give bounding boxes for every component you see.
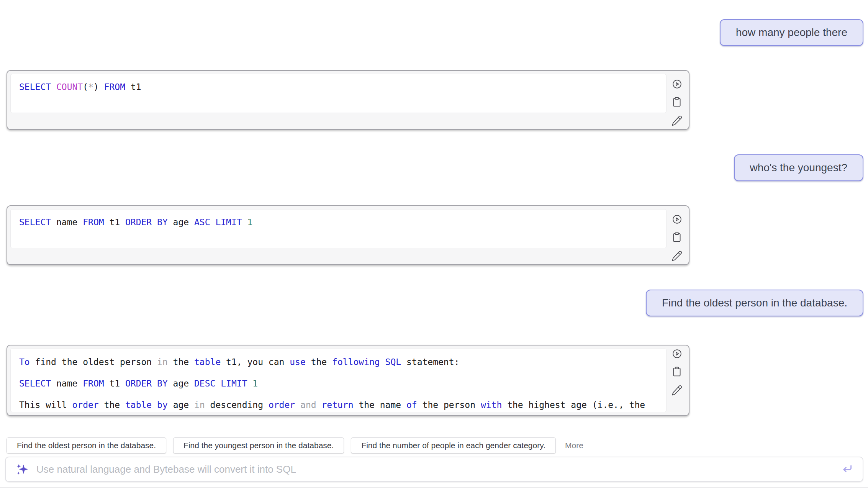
user-message-bubble: who's the youngest?	[734, 154, 863, 181]
circle-play-icon	[672, 79, 682, 89]
run-sql-button[interactable]	[672, 214, 682, 224]
pencil-icon	[671, 250, 683, 262]
sql-response-block: SELECT name FROM t1 ORDER BY age ASC LIM…	[7, 205, 689, 265]
suggestion-chip-youngest[interactable]: Find the youngest person in the database…	[173, 437, 344, 454]
sql-code-area: To find the oldest person in the table t…	[10, 349, 667, 412]
submit-query-button[interactable]	[840, 463, 853, 475]
circle-play-icon	[672, 214, 682, 224]
sql-response-block: SELECT COUNT(*) FROM t1	[7, 70, 689, 130]
suggestion-chip-gender-count[interactable]: Find the number of people in each gender…	[351, 437, 556, 454]
sql-code: SELECT name FROM t1 ORDER BY age ASC LIM…	[11, 210, 666, 235]
clipboard-icon	[672, 366, 682, 377]
bytebase-ai-chat: how many people there SELECT COUNT(*) FR…	[0, 0, 868, 488]
copy-sql-button[interactable]	[672, 97, 682, 107]
sparkles-icon	[15, 462, 29, 477]
sql-code: SELECT COUNT(*) FROM t1	[11, 74, 666, 100]
run-sql-button[interactable]	[672, 79, 682, 89]
sql-code-area: SELECT COUNT(*) FROM t1	[10, 74, 667, 113]
suggestion-chip-oldest[interactable]: Find the oldest person in the database.	[7, 437, 166, 454]
sql-actions	[668, 79, 685, 127]
sql-code-area: SELECT name FROM t1 ORDER BY age ASC LIM…	[10, 209, 667, 248]
sql-response-block: To find the oldest person in the table t…	[7, 345, 689, 416]
edit-sql-button[interactable]	[671, 250, 683, 262]
sql-code: To find the oldest person in the table t…	[11, 349, 666, 412]
edit-sql-button[interactable]	[671, 384, 683, 396]
circle-play-icon	[672, 349, 682, 359]
clipboard-icon	[672, 232, 682, 242]
more-suggestions-button[interactable]: More	[563, 441, 586, 450]
pencil-icon	[671, 384, 683, 396]
clipboard-icon	[672, 97, 682, 107]
user-message-bubble: how many people there	[720, 19, 863, 46]
nl-to-sql-composer	[5, 457, 863, 482]
user-message-bubble: Find the oldest person in the database.	[646, 290, 863, 316]
run-sql-button[interactable]	[672, 349, 682, 359]
pencil-icon	[671, 115, 683, 127]
copy-sql-button[interactable]	[672, 232, 682, 242]
sql-actions	[668, 349, 685, 396]
edit-sql-button[interactable]	[671, 115, 683, 127]
natural-language-input[interactable]	[36, 463, 834, 476]
copy-sql-button[interactable]	[672, 366, 682, 377]
sql-actions	[668, 214, 685, 262]
return-arrow-icon	[840, 471, 853, 477]
suggestion-row: Find the oldest person in the database. …	[7, 437, 863, 454]
